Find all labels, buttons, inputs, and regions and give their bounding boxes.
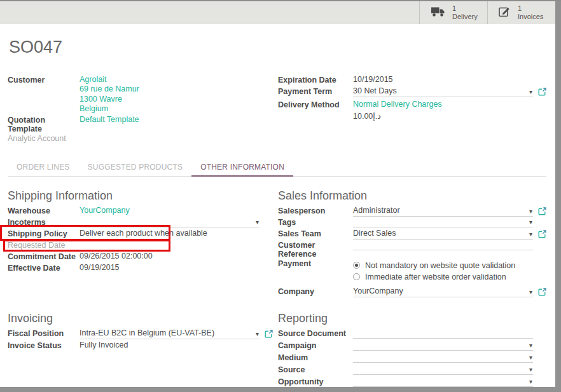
chevron-down-icon[interactable]: ▾: [256, 219, 260, 226]
chevron-down-icon[interactable]: ▾: [529, 219, 533, 226]
invoices-count: 1: [518, 4, 543, 13]
invoice-status-field: Invoice Status Fully Invoiced: [8, 341, 278, 353]
chevron-down-icon[interactable]: ▾: [529, 367, 533, 373]
quotation-template-label: Quotation Template: [8, 115, 80, 133]
invoices-label: Invoices: [518, 13, 543, 21]
fiscal-position-select[interactable]: Intra-EU B2C in Belgium (EU-VAT-BE) ▾: [80, 328, 260, 339]
chevron-down-icon[interactable]: ▾: [529, 355, 533, 361]
sales-team-select[interactable]: Direct Sales ▾: [353, 229, 533, 240]
invoicing-heading: Invoicing: [8, 312, 278, 325]
campaign-select[interactable]: ▾: [353, 341, 533, 351]
customer-address-line[interactable]: Belgium: [80, 104, 139, 114]
sales-team-field: Sales Team Direct Sales ▾: [278, 229, 546, 240]
company-select[interactable]: YourCompany ▾: [353, 287, 533, 297]
effective-date-field: Effective Date 09/19/2015: [8, 263, 278, 274]
company-label: Company: [278, 287, 353, 296]
commitment-date-field: Commitment Date 09/26/2015 02:00:00: [8, 252, 278, 263]
radio-unselected-icon[interactable]: [353, 273, 360, 280]
opportunity-label: Opportunity: [278, 377, 353, 386]
chevron-down-icon[interactable]: ▾: [529, 231, 533, 238]
medium-field: Medium ▾: [278, 353, 546, 365]
source-select[interactable]: ▾: [353, 365, 533, 375]
external-link-icon[interactable]: [265, 330, 273, 338]
chevron-down-icon[interactable]: ▾: [529, 208, 533, 215]
salesperson-label: Salesperson: [278, 206, 353, 215]
tags-select[interactable]: ▾: [353, 217, 533, 227]
sale-order-form: 1 Delivery 1 Invoices SO047 Customer: [0, 0, 561, 392]
opportunity-select[interactable]: ▾: [353, 377, 533, 387]
fiscal-position-label: Fiscal Position: [8, 328, 80, 338]
quotation-template-field: Quotation Template Default Template: [8, 115, 278, 133]
chevron-down-icon[interactable]: ▾: [256, 331, 260, 337]
expiration-date-label: Expiration Date: [278, 75, 353, 84]
incoterms-select[interactable]: ▾: [80, 217, 260, 227]
expiration-date-field: Expiration Date 10/19/2015: [278, 75, 546, 86]
external-link-icon[interactable]: [538, 230, 546, 238]
delivery-method-label: Delivery Method: [278, 100, 353, 109]
campaign-field: Campaign ▾: [278, 341, 546, 353]
tab-suggested-products[interactable]: SUGGESTED PRODUCTS: [79, 160, 192, 176]
medium-label: Medium: [278, 353, 353, 362]
invoice-status-label: Invoice Status: [8, 341, 80, 350]
external-link-icon[interactable]: [538, 88, 546, 96]
chevron-down-icon[interactable]: ▾: [529, 342, 533, 349]
customer-field: Customer Agrolait 69 rue de Namur 1300 W…: [8, 75, 278, 114]
delivery-label: Delivery: [452, 13, 478, 21]
payment-field: Payment Not mandatory on website quote v…: [278, 259, 546, 283]
customer-reference-field: Customer Reference: [278, 240, 546, 259]
effective-date-label: Effective Date: [8, 263, 80, 273]
customer-link[interactable]: Agrolait: [80, 75, 139, 84]
customer-address-line[interactable]: 1300 Wavre: [80, 95, 139, 105]
salesperson-select[interactable]: Administrator ▾: [353, 206, 533, 217]
analytic-account-label: Analytic Account: [8, 133, 80, 143]
analytic-account-field: Analytic Account: [8, 133, 278, 145]
radio-selected-icon[interactable]: [353, 262, 360, 269]
chevron-down-icon[interactable]: ▾: [529, 289, 533, 295]
customer-reference-label: Customer Reference: [278, 240, 353, 259]
expiration-date-value: 10/19/2015: [353, 75, 393, 84]
delivery-count: 1: [452, 4, 478, 13]
warehouse-field: Warehouse YourCompany: [8, 206, 278, 217]
delivery-amount-value: 10.00د.إ: [353, 111, 381, 121]
payment-term-select[interactable]: 30 Net Days ▾: [353, 86, 533, 97]
source-document-field: Source Document: [278, 328, 546, 341]
shipping-policy-field: Shipping Policy Deliver each product whe…: [8, 229, 278, 240]
customer-reference-input[interactable]: [353, 240, 533, 250]
tags-field: Tags ▾: [278, 217, 546, 229]
tab-order-lines[interactable]: ORDER LINES: [9, 160, 79, 176]
payment-label: Payment: [278, 259, 353, 268]
campaign-label: Campaign: [278, 341, 353, 350]
customer-label: Customer: [8, 75, 80, 84]
warehouse-link[interactable]: YourCompany: [80, 206, 130, 215]
invoices-stat-button[interactable]: 1 Invoices: [487, 1, 555, 24]
company-field: Company YourCompany ▾: [278, 287, 546, 298]
window-top-border: [0, 0, 561, 1]
effective-date-value: 09/19/2015: [80, 263, 120, 272]
source-label: Source: [278, 365, 353, 374]
external-link-icon[interactable]: [538, 207, 546, 215]
reporting-heading: Reporting: [278, 312, 546, 325]
requested-date-field: Requested Date: [8, 240, 278, 252]
sales-information-section: Sales Information Salesperson Administra…: [278, 177, 546, 298]
delivery-method-field: Delivery Method Normal Delivery Charges: [278, 100, 546, 111]
chevron-down-icon[interactable]: ▾: [529, 89, 533, 95]
invoice-status-value: Fully Invoiced: [80, 341, 128, 349]
overview-right-column: Expiration Date 10/19/2015 Payment Term …: [278, 75, 546, 145]
incoterms-label: Incoterms: [8, 217, 80, 227]
invoicing-section: Invoicing Fiscal Position Intra-EU B2C i…: [8, 298, 278, 389]
customer-address-line[interactable]: 69 rue de Namur: [80, 84, 139, 95]
external-link-icon[interactable]: [538, 288, 546, 296]
quotation-template-link[interactable]: Default Template: [80, 115, 139, 124]
chevron-down-icon[interactable]: ▾: [529, 379, 533, 385]
notebook-tabs: ORDER LINES SUGGESTED PRODUCTS OTHER INF…: [8, 160, 546, 177]
requested-date-label: Requested Date: [8, 240, 80, 250]
source-document-input[interactable]: [353, 328, 533, 339]
shipping-policy-value: Deliver each product when available: [80, 229, 207, 238]
delivery-method-link[interactable]: Normal Delivery Charges: [353, 100, 442, 109]
tab-other-information[interactable]: OTHER INFORMATION: [191, 160, 293, 177]
payment-option-not-mandatory[interactable]: Not mandatory on website quote validatio…: [353, 260, 515, 271]
payment-option-immediate[interactable]: Immediate after website order validation: [353, 271, 515, 283]
commitment-date-label: Commitment Date: [8, 252, 80, 261]
delivery-stat-button[interactable]: 1 Delivery: [419, 1, 487, 24]
medium-select[interactable]: ▾: [353, 353, 533, 363]
